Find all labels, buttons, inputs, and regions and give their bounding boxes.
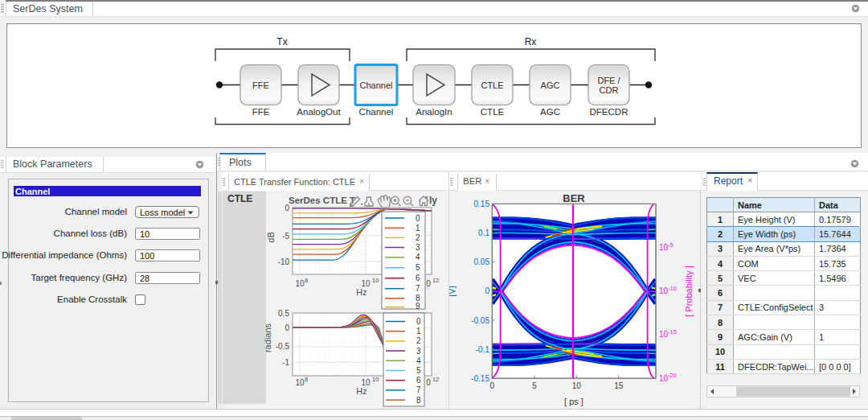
svg-text:AGC: AGC [541,80,560,90]
svg-text:radians: radians [263,323,272,352]
svg-text:0.05: 0.05 [474,257,490,266]
svg-text:DFE /: DFE / [597,76,620,85]
svg-text:10: 10 [295,378,305,387]
svg-text:CTLE: CTLE [227,193,252,204]
svg-text:SerDes CTLE T: SerDes CTLE T [289,196,355,205]
svg-text:CDR: CDR [600,85,619,95]
svg-text:2: 2 [416,233,420,242]
svg-text:AGC: AGC [540,107,560,117]
svg-text:CTLE: CTLE [481,80,503,90]
svg-text:10: 10 [572,381,582,390]
svg-text:AnalogOut: AnalogOut [297,107,341,117]
svg-text:9: 9 [416,302,420,311]
svg-text:3: 3 [416,243,420,252]
svg-text:10: 10 [372,376,379,383]
svg-text:0.15: 0.15 [474,200,490,208]
svg-text:2: 2 [416,336,421,345]
svg-text:5: 5 [532,381,537,390]
svg-text:10: 10 [659,374,669,383]
svg-text:-0.1: -0.1 [476,345,490,354]
svg-text:0: 0 [416,317,421,326]
svg-text:-15: -15 [668,328,677,336]
svg-text:CTLE: CTLE [481,107,505,117]
svg-text:[ Probability ]: [ Probability ] [684,266,694,317]
svg-text:Tx: Tx [276,36,287,47]
svg-text:Channel: Channel [360,80,393,90]
svg-text:3: 3 [416,347,421,356]
svg-text:-0.15: -0.15 [471,374,489,383]
svg-text:-0.5: -0.5 [276,342,290,351]
svg-text:8: 8 [305,277,308,284]
svg-text:0: 0 [285,204,289,212]
svg-text:-5: -5 [282,232,289,241]
svg-text:10: 10 [659,330,669,339]
svg-text:dB: dB [266,232,276,242]
svg-text:1: 1 [416,327,421,336]
svg-text:ly: ly [429,195,437,206]
svg-text:-10: -10 [278,257,290,266]
svg-text:Hz: Hz [356,386,366,396]
svg-text:0.5: 0.5 [278,309,289,318]
svg-text:12: 12 [432,277,439,284]
svg-text:5: 5 [416,366,421,375]
svg-text:12: 12 [432,376,439,383]
svg-text:6: 6 [416,376,421,385]
svg-text:10: 10 [659,286,669,295]
svg-text:0: 0 [490,381,495,390]
svg-text:-1: -1 [282,358,289,367]
svg-text:0: 0 [485,286,489,295]
svg-text:8: 8 [416,396,421,405]
svg-text:Rx: Rx [525,36,537,47]
svg-text:5: 5 [416,263,420,272]
svg-text:FFE: FFE [252,107,270,117]
svg-text:0: 0 [426,378,431,387]
svg-text:0.1: 0.1 [478,229,489,237]
svg-text:6: 6 [416,274,420,282]
svg-text:15: 15 [614,381,624,390]
svg-text:8: 8 [305,376,308,383]
svg-text:-5: -5 [668,241,674,249]
svg-text:AnalogIn: AnalogIn [416,107,452,117]
svg-text:0: 0 [416,214,420,223]
svg-text:Hz: Hz [356,287,366,297]
svg-text:-10: -10 [668,285,677,292]
svg-text:10: 10 [372,277,379,284]
svg-text:7: 7 [416,284,420,293]
svg-text:0: 0 [426,279,431,288]
svg-text:1: 1 [416,224,420,233]
svg-text:-0.05: -0.05 [471,316,489,325]
svg-text:4: 4 [416,253,420,261]
svg-text:-20: -20 [668,372,677,379]
svg-text:10: 10 [295,279,305,288]
svg-text:[V]: [V] [449,286,457,296]
svg-text:[ ps ]: [ ps ] [564,397,583,406]
svg-text:FFE: FFE [252,80,269,90]
svg-text:10: 10 [659,243,669,252]
svg-text:0: 0 [285,323,289,332]
svg-text:7: 7 [416,385,421,394]
svg-text:4: 4 [416,356,421,365]
svg-text:DFECDR: DFECDR [590,107,628,117]
svg-text:Channel: Channel [359,107,394,117]
svg-text:BER: BER [563,192,585,204]
